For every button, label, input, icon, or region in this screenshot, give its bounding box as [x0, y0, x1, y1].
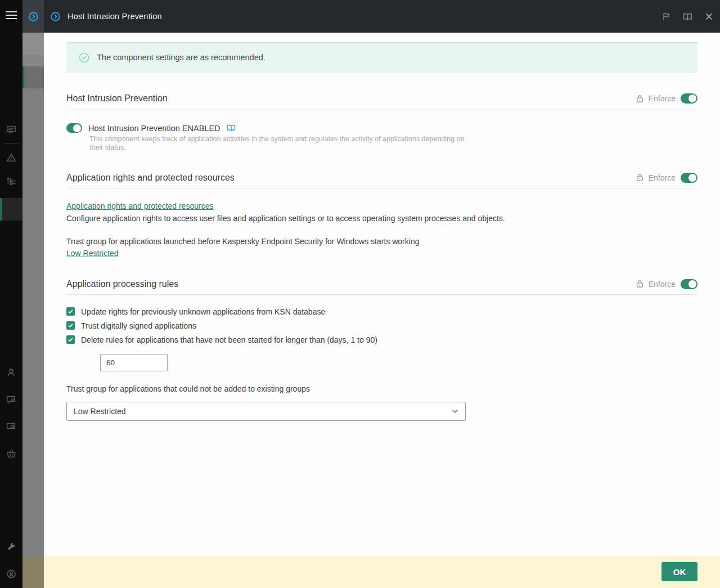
checkbox-trust-signed[interactable]: Trust digitally signed applications	[66, 321, 698, 330]
section-header-hips: Host Intrusion Prevention Enforce	[66, 93, 698, 109]
section-title: Application processing rules	[66, 279, 178, 289]
warning-triangle-icon[interactable]	[0, 149, 22, 167]
app-window: Host Intrusion Prevention The component …	[0, 0, 720, 588]
section-title: Host Intrusion Prevention	[66, 93, 168, 104]
enforce-toggle-rights[interactable]	[681, 173, 698, 183]
trust-group-startup-label: Trust group for applications launched be…	[66, 237, 698, 246]
dimmed-selected-row	[22, 66, 44, 88]
chevron-circle-icon	[51, 12, 60, 24]
lock-icon	[636, 95, 644, 103]
trust-group-fallback-label: Trust group for applications that could …	[66, 384, 698, 393]
checkbox-delete-rules[interactable]: Delete rules for applications that have …	[66, 335, 698, 344]
enforce-label: Enforce	[649, 94, 676, 103]
close-icon[interactable]	[705, 12, 713, 21]
application-rights-link[interactable]: Application rights and protected resourc…	[66, 201, 213, 210]
hips-toggle-label: Host Intrusion Prevention ENABLED	[88, 124, 220, 133]
lock-icon	[636, 173, 644, 182]
footer-bar: OK	[44, 556, 720, 588]
dimmed-row	[22, 33, 44, 55]
help-book-icon[interactable]	[227, 124, 236, 132]
ok-button[interactable]: OK	[662, 562, 698, 581]
checkbox-update-rights-ksn[interactable]: Update rights for previously unknown app…	[66, 307, 698, 316]
left-rail	[0, 0, 22, 588]
dimmed-row	[22, 55, 44, 66]
enforce-label: Enforce	[649, 173, 676, 182]
enforce-toggle-processing[interactable]	[681, 279, 698, 289]
trust-group-startup-link[interactable]: Low Restricted	[66, 249, 119, 258]
lock-icon	[636, 280, 644, 288]
select-value: Low Restricted	[74, 407, 126, 416]
selected-nav-item[interactable]	[0, 198, 22, 221]
basket-icon[interactable]	[0, 445, 22, 463]
app-tab[interactable]	[22, 0, 44, 33]
flag-icon[interactable]	[662, 12, 670, 21]
user-icon[interactable]	[0, 363, 22, 381]
banner-message: The component settings are as recommende…	[97, 53, 266, 62]
trust-group-select[interactable]: Low Restricted	[66, 402, 466, 421]
app-tab-chevron-circle-icon	[29, 12, 38, 21]
wrench-icon[interactable]	[0, 538, 22, 556]
section-title: Application rights and protected resourc…	[66, 173, 235, 183]
tree-structure-icon[interactable]	[0, 172, 22, 190]
dimmed-footer	[22, 557, 44, 588]
hips-enabled-toggle[interactable]	[66, 123, 82, 133]
device-search-icon[interactable]	[0, 418, 22, 436]
enforce-label: Enforce	[649, 280, 676, 289]
open-book-icon[interactable]	[683, 12, 692, 21]
enforce-toggle-hips[interactable]	[681, 93, 698, 104]
section-header-rights: Application rights and protected resourc…	[66, 173, 698, 188]
dimmed-sidebar	[22, 33, 44, 588]
days-input[interactable]	[100, 354, 168, 371]
account-icon[interactable]	[0, 565, 22, 583]
chevron-down-icon	[452, 409, 458, 414]
checkbox-checked-icon	[66, 307, 75, 316]
title-bar: Host Intrusion Prevention	[22, 0, 720, 33]
rights-description: Configure application rights to access u…	[66, 214, 698, 223]
device-settings-icon[interactable]	[0, 390, 22, 409]
hips-description: This component keeps track of applicatio…	[89, 135, 473, 152]
reports-icon[interactable]	[0, 120, 22, 138]
check-circle-icon	[79, 52, 89, 63]
checkbox-checked-icon	[66, 321, 75, 330]
hamburger-menu-icon[interactable]	[0, 7, 22, 24]
settings-panel: The component settings are as recommende…	[44, 33, 720, 556]
rail-divider	[4, 143, 19, 143]
checkbox-checked-icon	[66, 335, 75, 344]
section-header-processing: Application processing rules Enforce	[66, 279, 698, 295]
recommended-banner: The component settings are as recommende…	[66, 42, 698, 73]
page-title: Host Intrusion Prevention	[68, 12, 162, 21]
